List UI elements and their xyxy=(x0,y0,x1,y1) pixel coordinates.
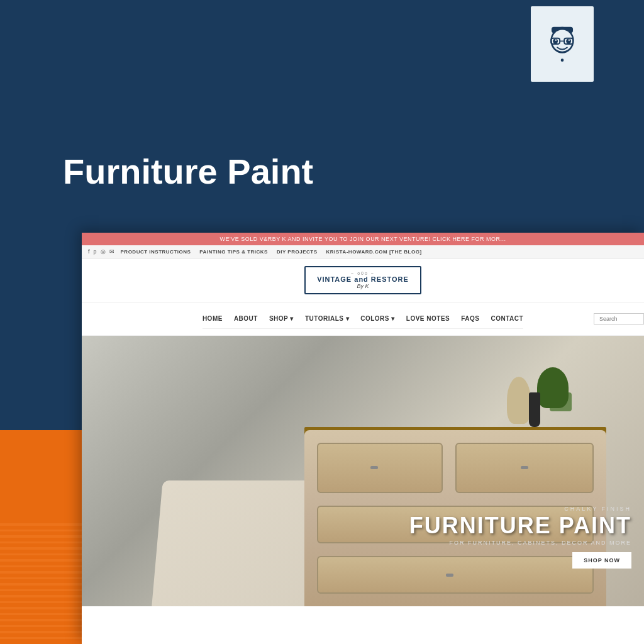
stripe-line xyxy=(0,631,82,633)
hero-text-overlay: CHALKY FINISH FURNITURE PAINT FOR FURNIT… xyxy=(409,506,631,569)
page-title: Furniture Paint xyxy=(63,151,313,192)
stripe-line xyxy=(0,577,82,580)
pinterest-icon[interactable]: p xyxy=(94,248,97,255)
secondary-nav: f p ◎ ✉ PRODUCT INSTRUCTIONS PAINTING TI… xyxy=(82,245,644,258)
stripe-line xyxy=(0,553,82,556)
hero-tagline: FOR FURNITURE, CABINETS, DECOR AND MORE xyxy=(409,540,631,546)
dresser-furniture xyxy=(304,392,606,606)
svg-point-7 xyxy=(553,38,558,43)
announcement-text: WE'VE SOLD V&RBY K AND INVITE YOU TO JOI… xyxy=(220,236,506,242)
instagram-icon[interactable]: ◎ xyxy=(101,248,106,255)
email-icon[interactable]: ✉ xyxy=(109,248,114,255)
stripe-line xyxy=(0,607,82,609)
nav-love-notes[interactable]: LOVE NOTES xyxy=(406,315,450,322)
bottle-decoration xyxy=(529,392,540,427)
mascot-container xyxy=(531,6,594,82)
nav-faqs[interactable]: FAQS xyxy=(461,315,479,322)
stripe-line xyxy=(0,565,82,568)
logo-main-text: VINTAGE and RESTORE xyxy=(317,275,409,283)
stripe-line xyxy=(0,541,82,544)
svg-point-12 xyxy=(561,58,564,62)
stripe-line xyxy=(0,530,82,532)
svg-point-8 xyxy=(566,38,571,43)
stripe-line xyxy=(0,535,82,538)
stripe-line xyxy=(0,601,82,604)
website-preview-container: WE'VE SOLD V&RBY K AND INVITE YOU TO JOI… xyxy=(82,233,644,644)
stripe-line xyxy=(0,589,82,592)
vase-decoration xyxy=(507,377,531,424)
stripe-line xyxy=(0,619,82,621)
plant-decoration xyxy=(537,367,569,408)
facebook-icon[interactable]: f xyxy=(88,248,90,255)
nav-colors[interactable]: COLORS ▾ xyxy=(360,315,395,322)
hero-title: FURNITURE PAINT xyxy=(409,514,631,537)
nav-diy-projects[interactable]: DIY PROJECTS xyxy=(277,249,318,255)
announcement-bar[interactable]: WE'VE SOLD V&RBY K AND INVITE YOU TO JOI… xyxy=(82,233,644,245)
orange-accent-block xyxy=(0,430,82,644)
stripe-line xyxy=(0,613,82,616)
stripe-line xyxy=(0,523,82,526)
nav-blog[interactable]: KRISTA-HOWARD.COM [THE BLOG] xyxy=(326,249,422,255)
stripe-line xyxy=(0,637,82,640)
nav-contact[interactable]: CONTACT xyxy=(491,315,523,322)
secondary-nav-links: PRODUCT INSTRUCTIONS PAINTING TIPS & TRI… xyxy=(121,249,422,255)
svg-point-10 xyxy=(569,40,570,41)
orange-stripe-lines xyxy=(0,518,82,644)
stripe-line xyxy=(0,625,82,628)
nav-tutorials[interactable]: TUTORIALS ▾ xyxy=(305,315,349,322)
stripe-line xyxy=(0,559,82,562)
nav-home[interactable]: HOME xyxy=(203,315,223,322)
hero-section: CHALKY FINISH FURNITURE PAINT FOR FURNIT… xyxy=(82,336,644,606)
nav-shop[interactable]: SHOP ▾ xyxy=(269,315,294,322)
logo-sub-text: By K xyxy=(317,283,409,289)
stripe-line xyxy=(0,547,82,550)
nav-about[interactable]: ABOUT xyxy=(234,315,258,322)
shop-now-button[interactable]: SHOP NOW xyxy=(572,552,631,569)
stripe-line xyxy=(0,571,82,574)
pillow-decoration xyxy=(152,480,319,606)
nav-painting-tips[interactable]: PAINTING TIPS & TRICKS xyxy=(199,249,268,255)
hero-subtitle: CHALKY FINISH xyxy=(409,506,631,512)
main-nav-wrapper: HOME ABOUT SHOP ▾ TUTORIALS ▾ COLORS ▾ L… xyxy=(82,303,644,336)
logo-area: ~ o0o ~ VINTAGE and RESTORE By K xyxy=(82,258,644,303)
logo-decorative-top: ~ o0o ~ xyxy=(317,271,409,275)
logo-box[interactable]: ~ o0o ~ VINTAGE and RESTORE By K xyxy=(304,266,421,294)
stripe-line xyxy=(0,595,82,597)
mascot-nerd-icon xyxy=(540,22,584,66)
nav-product-instructions[interactable]: PRODUCT INSTRUCTIONS xyxy=(121,249,191,255)
search-input[interactable] xyxy=(594,313,644,325)
social-icons: f p ◎ ✉ xyxy=(88,248,114,255)
svg-point-9 xyxy=(555,40,557,41)
stripe-line xyxy=(0,583,82,586)
main-nav: HOME ABOUT SHOP ▾ TUTORIALS ▾ COLORS ▾ L… xyxy=(203,309,523,329)
